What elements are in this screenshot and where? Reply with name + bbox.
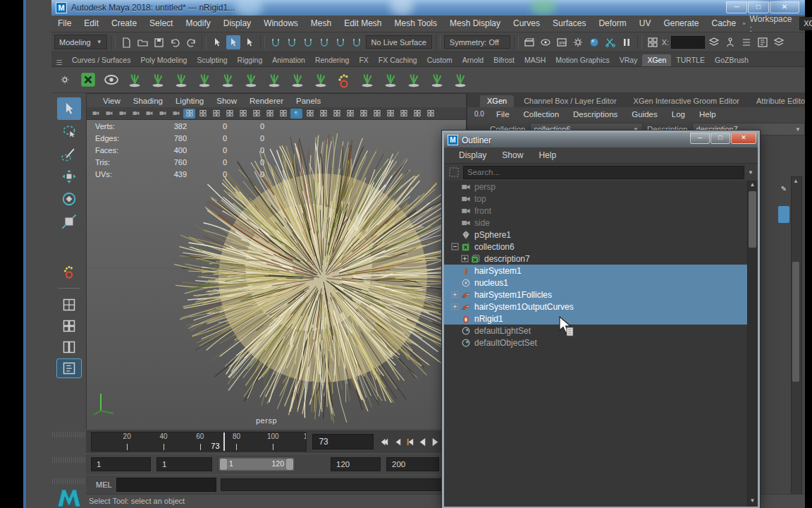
outliner-search-input[interactable] — [463, 166, 744, 179]
panel-menu-renderer[interactable]: Renderer — [243, 97, 290, 105]
outliner-item-hairsystem1outputcurves[interactable]: hairSystem1OutputCurves — [444, 301, 758, 313]
close-button[interactable]: ✕ — [770, 1, 799, 13]
viewport-canvas[interactable]: Verts:38200Edges:78000Faces:40000Tris:76… — [87, 120, 466, 429]
xgen-width-tool-button[interactable] — [310, 69, 331, 90]
shelf-tab-vray[interactable]: VRay — [615, 54, 643, 66]
safe-action-button[interactable] — [250, 109, 262, 119]
modeling-toolkit-button[interactable] — [646, 35, 660, 49]
select-camera-button[interactable] — [90, 109, 102, 119]
expander-plus-icon[interactable] — [451, 303, 459, 310]
expander-minus-icon[interactable] — [451, 243, 459, 250]
align-button[interactable] — [739, 35, 753, 49]
snap-curve-button[interactable] — [285, 35, 299, 49]
timeline-track[interactable]: 2040608010012073 — [91, 432, 307, 452]
xgen-delete-guides-button[interactable] — [380, 69, 401, 90]
select-component-button[interactable] — [242, 35, 257, 49]
outliner-item-front[interactable]: front — [444, 205, 758, 217]
motion-blur-button[interactable] — [357, 109, 369, 119]
xgen-to-curves-button[interactable] — [403, 69, 424, 90]
multisample-button[interactable] — [371, 109, 383, 119]
layout-four-pane[interactable] — [57, 317, 81, 335]
snap-point-button[interactable] — [301, 35, 315, 49]
outliner-titlebar[interactable]: M Outliner ─ □ ✕ — [444, 133, 758, 147]
menu-deform[interactable]: Deform — [592, 16, 632, 32]
groom-tool[interactable] — [57, 260, 81, 282]
range-grip[interactable] — [52, 457, 85, 463]
menu-set-selector[interactable]: Modeling▼ — [54, 35, 107, 49]
shelf-tab-gozbrush[interactable]: GoZBrush — [710, 54, 753, 66]
panel-menu-shading[interactable]: Shading — [127, 97, 169, 105]
xgen-editor-button[interactable] — [78, 69, 99, 90]
shelf-tab-bifrost[interactable]: Bifrost — [488, 54, 519, 66]
xgen-menu-descriptions[interactable]: Descriptions — [567, 110, 624, 119]
xgen-menu-log[interactable]: Log — [665, 110, 691, 119]
outliner-item-hairsystem1follicles[interactable]: hairSystem1Follicles — [444, 289, 758, 301]
shelf-tab-animation[interactable]: Animation — [267, 54, 310, 66]
shelf-menu-icon[interactable]: ☰ — [51, 59, 67, 66]
outliner-item-side[interactable]: side — [444, 217, 758, 229]
shelf-tab-curves-surfaces[interactable]: Curves / Surfaces — [67, 54, 135, 66]
outliner-item-defaultobjectset[interactable]: defaultObjectSet — [444, 337, 758, 349]
shelf-tab-arnold[interactable]: Arnold — [457, 54, 488, 66]
viewcube-button[interactable] — [424, 109, 436, 119]
layout-outliner-persp[interactable] — [57, 359, 81, 377]
outliner-scrollbar[interactable]: ▲ ▼ — [747, 181, 758, 507]
outliner-item-defaultlightset[interactable]: defaultLightSet — [444, 325, 758, 337]
outliner-item-top[interactable]: top — [444, 193, 758, 205]
outline-list-button[interactable] — [756, 35, 770, 49]
pause-viewport-button[interactable] — [620, 35, 634, 49]
grid-toggle-button[interactable] — [183, 109, 195, 119]
timeline-grip[interactable] — [52, 432, 85, 437]
outliner-item-nrigid1[interactable]: nRigid1 — [444, 313, 758, 325]
xgen-convert-button[interactable] — [357, 69, 378, 90]
lasso-tool[interactable] — [57, 120, 81, 143]
outliner-menu-show[interactable]: Show — [496, 150, 529, 160]
menu-windows[interactable]: Windows — [257, 16, 304, 32]
ipr-render-button[interactable]: IPR — [555, 35, 569, 49]
shelf-tab-fx-caching[interactable]: FX Caching — [374, 54, 422, 66]
open-scene-button[interactable] — [135, 35, 149, 49]
xgen-menu-collection[interactable]: Collection — [517, 110, 566, 119]
menu-curves[interactable]: Curves — [507, 16, 546, 32]
pan-zoom-button[interactable] — [156, 109, 168, 119]
shelf-settings-button[interactable] — [54, 69, 75, 90]
render-settings-button[interactable] — [571, 35, 585, 49]
xgen-guide-button[interactable] — [264, 69, 285, 90]
outliner-item-description7[interactable]: description7 — [444, 253, 758, 265]
soft-select-button[interactable] — [707, 35, 721, 49]
playback-end-field[interactable]: 120 — [331, 457, 381, 471]
tab-channel-box-layer-editor[interactable]: Channel Box / Layer Editor — [517, 95, 623, 107]
xgen-attach-sprout-button[interactable] — [217, 69, 238, 90]
image-plane-button[interactable] — [143, 109, 155, 119]
search-options-icon[interactable]: ▼ — [748, 169, 753, 176]
command-language-toggle[interactable]: MEL — [96, 480, 112, 489]
shelf-tab-rendering[interactable]: Rendering — [310, 54, 354, 66]
character-controls-button[interactable] — [723, 35, 737, 49]
xgen-export-patches-button[interactable] — [147, 69, 168, 90]
camera-attrs-button[interactable] — [116, 109, 128, 119]
range-start-handle[interactable] — [220, 459, 227, 470]
xgen-lock-button[interactable] — [240, 69, 262, 90]
igs-sprinkle-button[interactable] — [450, 69, 471, 90]
shelf-tab-poly-modeling[interactable]: Poly Modeling — [135, 54, 192, 66]
igs-create-interactive-groom-button[interactable] — [426, 69, 448, 90]
rotate-tool[interactable] — [57, 188, 81, 210]
film-gate-button[interactable] — [197, 109, 209, 119]
paste-view-button[interactable] — [411, 109, 423, 119]
go-to-start-button[interactable] — [378, 435, 390, 449]
menu-surfaces[interactable]: Surfaces — [546, 16, 592, 32]
xgen-menu-help[interactable]: Help — [693, 110, 722, 119]
snap-view-button[interactable] — [333, 35, 347, 49]
tab-attribute-editor[interactable]: Attribute Editor — [749, 95, 805, 107]
expander-plus-icon[interactable] — [461, 255, 469, 262]
perspective-viewport[interactable]: ViewShadingLightingShowRendererPanels Ve… — [86, 93, 467, 429]
workspace-selector[interactable]: XGen* ▼ — [799, 17, 812, 30]
menu-edit[interactable]: Edit — [78, 16, 105, 32]
shelf-tab-sculpting[interactable]: Sculpting — [192, 54, 232, 66]
select-tool[interactable] — [57, 97, 81, 120]
menu-display[interactable]: Display — [217, 16, 257, 32]
snap-grid-button[interactable] — [269, 35, 283, 49]
step-back-key-button[interactable] — [403, 435, 416, 449]
layout-two-pane[interactable] — [57, 338, 81, 356]
maximize-button[interactable]: □ — [748, 1, 769, 13]
